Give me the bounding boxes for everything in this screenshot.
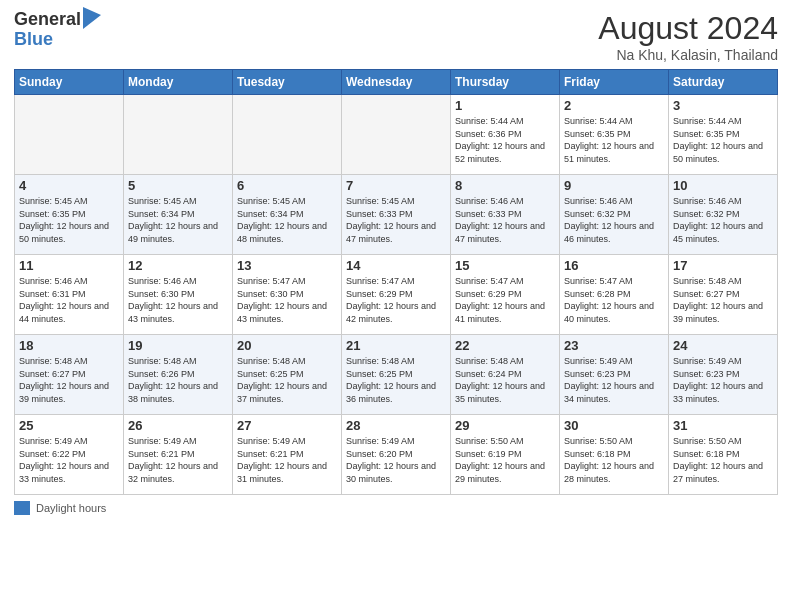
- day-info: Sunrise: 5:48 AMSunset: 6:25 PMDaylight:…: [346, 355, 446, 405]
- day-number: 10: [673, 178, 773, 193]
- calendar-cell: 12Sunrise: 5:46 AMSunset: 6:30 PMDayligh…: [124, 255, 233, 335]
- week-row: 25Sunrise: 5:49 AMSunset: 6:22 PMDayligh…: [15, 415, 778, 495]
- day-number: 3: [673, 98, 773, 113]
- calendar-cell: 28Sunrise: 5:49 AMSunset: 6:20 PMDayligh…: [342, 415, 451, 495]
- day-info: Sunrise: 5:48 AMSunset: 6:24 PMDaylight:…: [455, 355, 555, 405]
- day-number: 7: [346, 178, 446, 193]
- week-row: 18Sunrise: 5:48 AMSunset: 6:27 PMDayligh…: [15, 335, 778, 415]
- day-info: Sunrise: 5:47 AMSunset: 6:28 PMDaylight:…: [564, 275, 664, 325]
- calendar-cell: 16Sunrise: 5:47 AMSunset: 6:28 PMDayligh…: [560, 255, 669, 335]
- day-info: Sunrise: 5:46 AMSunset: 6:33 PMDaylight:…: [455, 195, 555, 245]
- day-info: Sunrise: 5:49 AMSunset: 6:21 PMDaylight:…: [128, 435, 228, 485]
- day-number: 31: [673, 418, 773, 433]
- calendar-cell: [233, 95, 342, 175]
- day-number: 18: [19, 338, 119, 353]
- day-info: Sunrise: 5:49 AMSunset: 6:22 PMDaylight:…: [19, 435, 119, 485]
- day-number: 1: [455, 98, 555, 113]
- calendar-cell: 31Sunrise: 5:50 AMSunset: 6:18 PMDayligh…: [669, 415, 778, 495]
- logo-general: General: [14, 10, 81, 30]
- day-info: Sunrise: 5:45 AMSunset: 6:35 PMDaylight:…: [19, 195, 119, 245]
- calendar-cell: 17Sunrise: 5:48 AMSunset: 6:27 PMDayligh…: [669, 255, 778, 335]
- calendar-cell: 10Sunrise: 5:46 AMSunset: 6:32 PMDayligh…: [669, 175, 778, 255]
- day-info: Sunrise: 5:48 AMSunset: 6:27 PMDaylight:…: [673, 275, 773, 325]
- day-info: Sunrise: 5:49 AMSunset: 6:23 PMDaylight:…: [564, 355, 664, 405]
- day-info: Sunrise: 5:44 AMSunset: 6:36 PMDaylight:…: [455, 115, 555, 165]
- calendar-cell: 20Sunrise: 5:48 AMSunset: 6:25 PMDayligh…: [233, 335, 342, 415]
- day-info: Sunrise: 5:45 AMSunset: 6:33 PMDaylight:…: [346, 195, 446, 245]
- header-day: Wednesday: [342, 70, 451, 95]
- calendar-cell: 4Sunrise: 5:45 AMSunset: 6:35 PMDaylight…: [15, 175, 124, 255]
- header: General Blue August 2024 Na Khu, Kalasin…: [14, 10, 778, 63]
- day-number: 2: [564, 98, 664, 113]
- day-number: 27: [237, 418, 337, 433]
- day-info: Sunrise: 5:47 AMSunset: 6:29 PMDaylight:…: [346, 275, 446, 325]
- day-info: Sunrise: 5:50 AMSunset: 6:18 PMDaylight:…: [564, 435, 664, 485]
- day-info: Sunrise: 5:45 AMSunset: 6:34 PMDaylight:…: [128, 195, 228, 245]
- location: Na Khu, Kalasin, Thailand: [598, 47, 778, 63]
- calendar-cell: 13Sunrise: 5:47 AMSunset: 6:30 PMDayligh…: [233, 255, 342, 335]
- week-row: 4Sunrise: 5:45 AMSunset: 6:35 PMDaylight…: [15, 175, 778, 255]
- header-day: Tuesday: [233, 70, 342, 95]
- calendar-cell: 19Sunrise: 5:48 AMSunset: 6:26 PMDayligh…: [124, 335, 233, 415]
- day-info: Sunrise: 5:44 AMSunset: 6:35 PMDaylight:…: [564, 115, 664, 165]
- logo-text: General Blue: [14, 10, 101, 50]
- day-info: Sunrise: 5:46 AMSunset: 6:32 PMDaylight:…: [564, 195, 664, 245]
- calendar-cell: 25Sunrise: 5:49 AMSunset: 6:22 PMDayligh…: [15, 415, 124, 495]
- day-info: Sunrise: 5:46 AMSunset: 6:32 PMDaylight:…: [673, 195, 773, 245]
- calendar-cell: [342, 95, 451, 175]
- day-info: Sunrise: 5:50 AMSunset: 6:19 PMDaylight:…: [455, 435, 555, 485]
- calendar-cell: 22Sunrise: 5:48 AMSunset: 6:24 PMDayligh…: [451, 335, 560, 415]
- day-info: Sunrise: 5:49 AMSunset: 6:20 PMDaylight:…: [346, 435, 446, 485]
- day-info: Sunrise: 5:49 AMSunset: 6:21 PMDaylight:…: [237, 435, 337, 485]
- calendar-cell: 6Sunrise: 5:45 AMSunset: 6:34 PMDaylight…: [233, 175, 342, 255]
- day-number: 23: [564, 338, 664, 353]
- header-day: Sunday: [15, 70, 124, 95]
- day-info: Sunrise: 5:45 AMSunset: 6:34 PMDaylight:…: [237, 195, 337, 245]
- calendar-cell: 14Sunrise: 5:47 AMSunset: 6:29 PMDayligh…: [342, 255, 451, 335]
- footer: Daylight hours: [14, 501, 778, 515]
- day-number: 29: [455, 418, 555, 433]
- calendar-cell: 3Sunrise: 5:44 AMSunset: 6:35 PMDaylight…: [669, 95, 778, 175]
- calendar-cell: 24Sunrise: 5:49 AMSunset: 6:23 PMDayligh…: [669, 335, 778, 415]
- logo: General Blue: [14, 10, 101, 50]
- calendar-cell: 29Sunrise: 5:50 AMSunset: 6:19 PMDayligh…: [451, 415, 560, 495]
- day-info: Sunrise: 5:50 AMSunset: 6:18 PMDaylight:…: [673, 435, 773, 485]
- calendar-cell: 23Sunrise: 5:49 AMSunset: 6:23 PMDayligh…: [560, 335, 669, 415]
- week-row: 11Sunrise: 5:46 AMSunset: 6:31 PMDayligh…: [15, 255, 778, 335]
- day-number: 12: [128, 258, 228, 273]
- day-number: 24: [673, 338, 773, 353]
- footer-box: [14, 501, 30, 515]
- day-number: 13: [237, 258, 337, 273]
- calendar-cell: 11Sunrise: 5:46 AMSunset: 6:31 PMDayligh…: [15, 255, 124, 335]
- day-number: 28: [346, 418, 446, 433]
- calendar-cell: 30Sunrise: 5:50 AMSunset: 6:18 PMDayligh…: [560, 415, 669, 495]
- logo-blue: Blue: [14, 30, 101, 50]
- day-number: 21: [346, 338, 446, 353]
- day-info: Sunrise: 5:48 AMSunset: 6:25 PMDaylight:…: [237, 355, 337, 405]
- day-number: 5: [128, 178, 228, 193]
- calendar-cell: 5Sunrise: 5:45 AMSunset: 6:34 PMDaylight…: [124, 175, 233, 255]
- day-number: 30: [564, 418, 664, 433]
- calendar-cell: 27Sunrise: 5:49 AMSunset: 6:21 PMDayligh…: [233, 415, 342, 495]
- calendar-cell: 8Sunrise: 5:46 AMSunset: 6:33 PMDaylight…: [451, 175, 560, 255]
- day-number: 22: [455, 338, 555, 353]
- calendar: SundayMondayTuesdayWednesdayThursdayFrid…: [14, 69, 778, 495]
- day-number: 20: [237, 338, 337, 353]
- day-info: Sunrise: 5:46 AMSunset: 6:30 PMDaylight:…: [128, 275, 228, 325]
- header-day: Saturday: [669, 70, 778, 95]
- month-title: August 2024: [598, 10, 778, 47]
- day-info: Sunrise: 5:47 AMSunset: 6:29 PMDaylight:…: [455, 275, 555, 325]
- calendar-cell: 1Sunrise: 5:44 AMSunset: 6:36 PMDaylight…: [451, 95, 560, 175]
- header-row: SundayMondayTuesdayWednesdayThursdayFrid…: [15, 70, 778, 95]
- logo-icon: [83, 7, 101, 29]
- day-number: 15: [455, 258, 555, 273]
- calendar-cell: 7Sunrise: 5:45 AMSunset: 6:33 PMDaylight…: [342, 175, 451, 255]
- day-number: 25: [19, 418, 119, 433]
- calendar-cell: [124, 95, 233, 175]
- day-number: 14: [346, 258, 446, 273]
- day-info: Sunrise: 5:46 AMSunset: 6:31 PMDaylight:…: [19, 275, 119, 325]
- week-row: 1Sunrise: 5:44 AMSunset: 6:36 PMDaylight…: [15, 95, 778, 175]
- day-info: Sunrise: 5:48 AMSunset: 6:26 PMDaylight:…: [128, 355, 228, 405]
- day-info: Sunrise: 5:49 AMSunset: 6:23 PMDaylight:…: [673, 355, 773, 405]
- calendar-cell: 18Sunrise: 5:48 AMSunset: 6:27 PMDayligh…: [15, 335, 124, 415]
